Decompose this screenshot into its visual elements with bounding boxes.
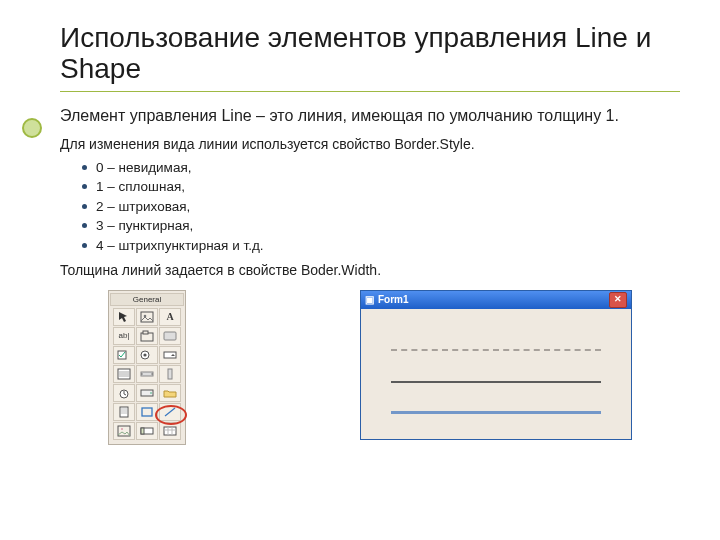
svg-rect-17 bbox=[118, 426, 130, 436]
tool-timer-icon[interactable] bbox=[113, 384, 135, 402]
tool-textbox-icon[interactable]: ab| bbox=[113, 327, 135, 345]
vb-toolbox: General A ab| bbox=[108, 290, 186, 445]
svg-point-7 bbox=[143, 353, 146, 356]
svg-rect-16 bbox=[142, 408, 152, 416]
tool-dirlist-icon[interactable] bbox=[159, 384, 181, 402]
tool-shape-icon[interactable] bbox=[136, 403, 158, 421]
tool-label-icon[interactable]: A bbox=[159, 308, 181, 326]
list-item: 2 – штриховая, bbox=[82, 197, 680, 217]
style-options-list: 0 – невидимая, 1 – сплошная, 2 – штрихов… bbox=[60, 158, 680, 256]
svg-rect-11 bbox=[168, 369, 172, 379]
sample-line-dashed bbox=[391, 349, 601, 351]
lead-paragraph: Элемент управления Line – это линия, име… bbox=[60, 106, 680, 126]
borderwidth-paragraph: Толщина линий задается в свойстве Boder.… bbox=[60, 262, 680, 278]
tool-pointer-icon[interactable] bbox=[113, 308, 135, 326]
list-item: 4 – штрихпунктирная и т.д. bbox=[82, 236, 680, 256]
list-item: 1 – сплошная, bbox=[82, 177, 680, 197]
svg-rect-0 bbox=[141, 312, 153, 322]
tool-image-icon[interactable] bbox=[113, 422, 135, 440]
svg-rect-8 bbox=[164, 352, 176, 358]
tool-data-icon[interactable] bbox=[136, 422, 158, 440]
svg-rect-3 bbox=[143, 331, 148, 334]
borderstyle-paragraph: Для изменения вида линии используется св… bbox=[60, 136, 680, 152]
tool-option-icon[interactable] bbox=[136, 346, 158, 364]
form-titlebar[interactable]: ▣ Form1 ✕ bbox=[361, 291, 631, 309]
svg-point-18 bbox=[121, 428, 123, 430]
sample-line-solid bbox=[391, 381, 601, 383]
tool-listbox-icon[interactable] bbox=[113, 365, 135, 383]
tool-button-icon[interactable] bbox=[159, 327, 181, 345]
tool-filelist-icon[interactable] bbox=[113, 403, 135, 421]
tool-frame-icon[interactable] bbox=[136, 327, 158, 345]
list-item: 3 – пунктирная, bbox=[82, 216, 680, 236]
svg-rect-21 bbox=[164, 427, 176, 435]
tool-combobox-icon[interactable] bbox=[159, 346, 181, 364]
tool-ole-icon[interactable] bbox=[159, 422, 181, 440]
form-design-surface[interactable] bbox=[361, 309, 631, 439]
svg-point-14 bbox=[150, 392, 152, 394]
sample-line-thick bbox=[391, 411, 601, 414]
svg-rect-20 bbox=[141, 428, 144, 434]
tool-line-icon[interactable] bbox=[159, 403, 181, 421]
slide-title: Использование элементов управления Line … bbox=[60, 22, 680, 85]
title-underline bbox=[60, 91, 680, 92]
tool-checkbox-icon[interactable] bbox=[113, 346, 135, 364]
accent-dot-icon bbox=[22, 118, 42, 138]
close-button[interactable]: ✕ bbox=[609, 292, 627, 308]
toolbox-title: General bbox=[110, 293, 184, 306]
tool-picturebox-icon[interactable] bbox=[136, 308, 158, 326]
vb-form-window: ▣ Form1 ✕ bbox=[360, 290, 632, 440]
svg-rect-4 bbox=[164, 332, 176, 340]
list-item: 0 – невидимая, bbox=[82, 158, 680, 178]
tool-vscroll-icon[interactable] bbox=[159, 365, 181, 383]
tool-hscroll-icon[interactable] bbox=[136, 365, 158, 383]
tool-drive-icon[interactable] bbox=[136, 384, 158, 402]
form-title: Form1 bbox=[378, 294, 409, 305]
form-icon: ▣ bbox=[365, 294, 374, 305]
